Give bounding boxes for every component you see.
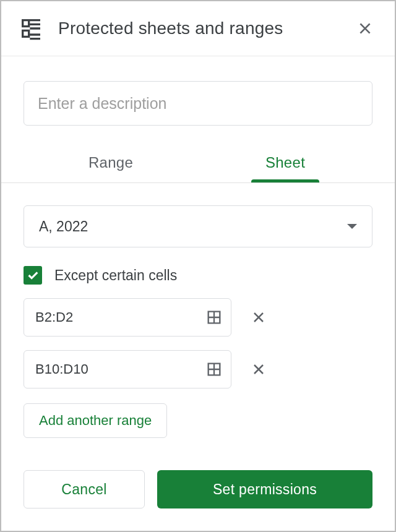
set-permissions-button[interactable]: Set permissions <box>157 470 372 508</box>
tabs-divider <box>1 182 395 183</box>
sheets-icon <box>19 16 43 41</box>
range-input-container <box>24 298 231 337</box>
except-cells-row: Except certain cells <box>24 266 372 285</box>
panel-header: Protected sheets and ranges <box>1 1 395 56</box>
range-row <box>24 350 372 388</box>
panel-footer: Cancel Set permissions <box>1 454 395 531</box>
tab-range[interactable]: Range <box>24 143 198 182</box>
chevron-down-icon <box>347 224 357 229</box>
close-icon <box>357 20 373 36</box>
remove-range-button[interactable] <box>245 304 272 331</box>
range-input-container <box>24 350 231 388</box>
range-input[interactable] <box>35 361 205 377</box>
range-list <box>24 298 372 402</box>
select-range-icon[interactable] <box>205 361 223 378</box>
sheet-select-value: A, 2022 <box>39 218 347 235</box>
add-range-button[interactable]: Add another range <box>24 403 167 438</box>
close-icon <box>251 362 266 377</box>
cancel-button[interactable]: Cancel <box>24 470 145 508</box>
description-input[interactable] <box>24 81 372 126</box>
except-cells-checkbox[interactable] <box>24 266 42 285</box>
panel-title: Protected sheets and ranges <box>58 19 353 38</box>
panel-body: Range Sheet A, 2022 Except certain cells <box>1 56 395 454</box>
tabs: Range Sheet <box>24 143 372 182</box>
check-icon <box>26 268 40 282</box>
except-cells-label: Except certain cells <box>54 267 177 284</box>
sheet-select[interactable]: A, 2022 <box>24 205 372 247</box>
tab-sheet[interactable]: Sheet <box>198 143 372 182</box>
range-row <box>24 298 372 337</box>
remove-range-button[interactable] <box>245 356 272 383</box>
range-input[interactable] <box>35 309 205 325</box>
close-icon <box>251 310 266 325</box>
close-button[interactable] <box>353 16 377 41</box>
select-range-icon[interactable] <box>205 309 223 326</box>
